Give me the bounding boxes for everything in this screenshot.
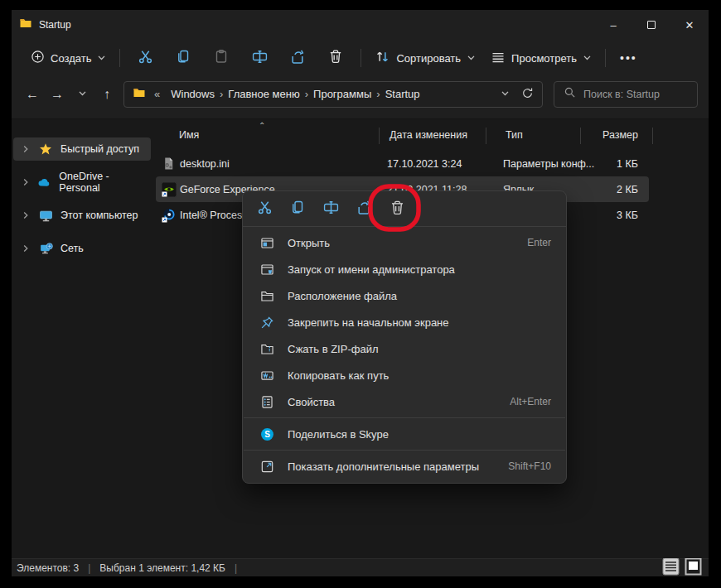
- window-controls: – ✕: [594, 10, 709, 40]
- path-icon: [260, 369, 274, 383]
- geforce-icon: [162, 182, 177, 197]
- copy-icon: [290, 200, 305, 218]
- sidebar-item-label: OneDrive - Personal: [59, 171, 148, 194]
- chevron-right-icon[interactable]: [21, 244, 31, 253]
- menu-item-label: Поделиться в Skype: [288, 428, 538, 441]
- menu-item-admin[interactable]: Запуск от имени администратора: [243, 256, 566, 282]
- column-divider[interactable]: [580, 128, 581, 144]
- context-menu-items: Открыть Enter Запуск от имени администра…: [243, 227, 566, 480]
- file-type: Параметры конф...: [503, 158, 594, 170]
- context-menu: Открыть Enter Запуск от имени администра…: [242, 190, 567, 484]
- menu-item-label: Показать дополнительные параметры: [288, 460, 495, 473]
- breadcrumb-item[interactable]: Главное меню: [225, 87, 302, 101]
- breadcrumb-separator[interactable]: ›: [217, 88, 225, 100]
- sidebar-item-cloud[interactable]: OneDrive - Personal: [13, 171, 151, 194]
- refresh-icon[interactable]: [521, 87, 534, 102]
- column-header-date[interactable]: Дата изменения: [390, 129, 467, 141]
- address-bar[interactable]: « Windows›Главное меню›Программы›Startup: [123, 81, 543, 108]
- status-divider: |: [88, 562, 90, 574]
- breadcrumb-item[interactable]: Windows: [168, 87, 217, 101]
- rename-button[interactable]: [240, 44, 278, 72]
- share-button[interactable]: [278, 44, 317, 72]
- chevron-down-icon: [583, 52, 592, 65]
- new-button-label: Создать: [51, 52, 91, 65]
- column-header-type[interactable]: Тип: [506, 129, 523, 141]
- recent-locations-button[interactable]: [70, 82, 94, 107]
- menu-item-shortcut: Shift+F10: [508, 460, 551, 472]
- menu-item-folder-loc[interactable]: Расположение файла: [243, 282, 566, 309]
- forward-button[interactable]: →: [45, 82, 70, 107]
- delete-button[interactable]: [317, 44, 355, 72]
- column-divider[interactable]: [652, 128, 653, 144]
- column-header-name[interactable]: Имя: [179, 129, 199, 141]
- copy-button[interactable]: [164, 44, 202, 72]
- chevron-right-icon[interactable]: [21, 211, 31, 219]
- sidebar-item-network[interactable]: Сеть: [13, 237, 151, 260]
- breadcrumb-separator[interactable]: ›: [302, 88, 311, 100]
- command-bar: Создать Сортировать Просмотреть •••: [12, 40, 709, 76]
- view-button-label: Просмотреть: [511, 52, 577, 65]
- sidebar-item-pc[interactable]: Этот компьютер: [13, 204, 151, 227]
- sidebar-item-label: Быстрый доступ: [60, 143, 139, 155]
- pc-icon: [38, 209, 53, 223]
- menu-item-label: Открыть: [288, 237, 514, 249]
- breadcrumb-item[interactable]: Startup: [383, 87, 423, 101]
- search-input[interactable]: [583, 89, 683, 100]
- column-divider[interactable]: [486, 128, 486, 144]
- network-icon: [38, 242, 53, 256]
- large-icons-view-button[interactable]: [685, 557, 702, 578]
- menu-item-props[interactable]: Свойства Alt+Enter: [243, 388, 566, 415]
- cut-icon: [138, 49, 153, 68]
- minimize-button[interactable]: –: [594, 10, 632, 40]
- new-button[interactable]: Создать: [23, 45, 114, 71]
- column-header-size[interactable]: Размер: [567, 129, 638, 141]
- menu-separator: [244, 450, 565, 451]
- chevron-down-icon: [97, 52, 106, 65]
- breadcrumb-separator[interactable]: ›: [374, 88, 382, 100]
- maximize-icon: [647, 21, 656, 29]
- menu-separator: [244, 417, 565, 418]
- file-name: desktop.ini: [180, 158, 230, 170]
- menu-item-shortcut: Alt+Enter: [510, 396, 551, 407]
- paste-button[interactable]: [202, 44, 240, 72]
- chevron-right-icon[interactable]: [21, 178, 30, 186]
- copy-quick-button[interactable]: [283, 195, 312, 222]
- file-row[interactable]: desktop.ini 17.10.2021 3:24 Параметры ко…: [156, 151, 649, 176]
- menu-item-path[interactable]: Копировать как путь: [243, 362, 566, 388]
- chevron-right-icon[interactable]: [21, 145, 31, 153]
- toolbar-divider: [119, 49, 120, 67]
- address-dropdown-icon[interactable]: [501, 88, 510, 100]
- menu-item-label: Запуск от имени администратора: [288, 263, 538, 276]
- search-box[interactable]: [554, 81, 698, 108]
- maximize-button[interactable]: [632, 10, 670, 40]
- menu-item-more-params[interactable]: Показать дополнительные параметры Shift+…: [243, 453, 566, 480]
- menu-item-shortcut: Enter: [527, 237, 551, 248]
- menu-item-zip[interactable]: Сжать в ZIP-файл: [243, 335, 566, 362]
- menu-item-open[interactable]: Открыть Enter: [243, 229, 566, 256]
- star-icon: [38, 142, 53, 156]
- menu-item-skype[interactable]: S Поделиться в Skype: [243, 421, 566, 447]
- menu-item-label: Расположение файла: [288, 290, 538, 302]
- sort-arrows-icon: [375, 49, 390, 67]
- see-more-button[interactable]: •••: [612, 51, 646, 65]
- cut-button[interactable]: [126, 44, 164, 72]
- sidebar-item-label: Сеть: [60, 243, 84, 254]
- intel-icon: [162, 208, 177, 223]
- rename-icon: [323, 200, 339, 219]
- column-divider[interactable]: [379, 128, 380, 144]
- view-button[interactable]: Просмотреть: [483, 45, 599, 72]
- sidebar-item-star[interactable]: Быстрый доступ: [13, 137, 151, 161]
- up-button[interactable]: ↑: [94, 82, 119, 107]
- close-button[interactable]: ✕: [670, 10, 709, 40]
- back-button[interactable]: ←: [20, 82, 45, 107]
- file-size: 1 КБ: [617, 158, 638, 170]
- file-date: 17.10.2021 3:24: [387, 158, 462, 170]
- sort-button[interactable]: Сортировать: [367, 44, 483, 72]
- breadcrumb-item[interactable]: Программы: [311, 87, 374, 101]
- cut-quick-button[interactable]: [249, 195, 279, 222]
- sidebar-item-label: Этот компьютер: [60, 210, 138, 221]
- details-view-button[interactable]: [662, 557, 680, 578]
- rename-quick-button[interactable]: [316, 195, 346, 222]
- menu-item-pin[interactable]: Закрепить на начальном экране: [243, 309, 566, 335]
- cut-icon: [257, 200, 273, 219]
